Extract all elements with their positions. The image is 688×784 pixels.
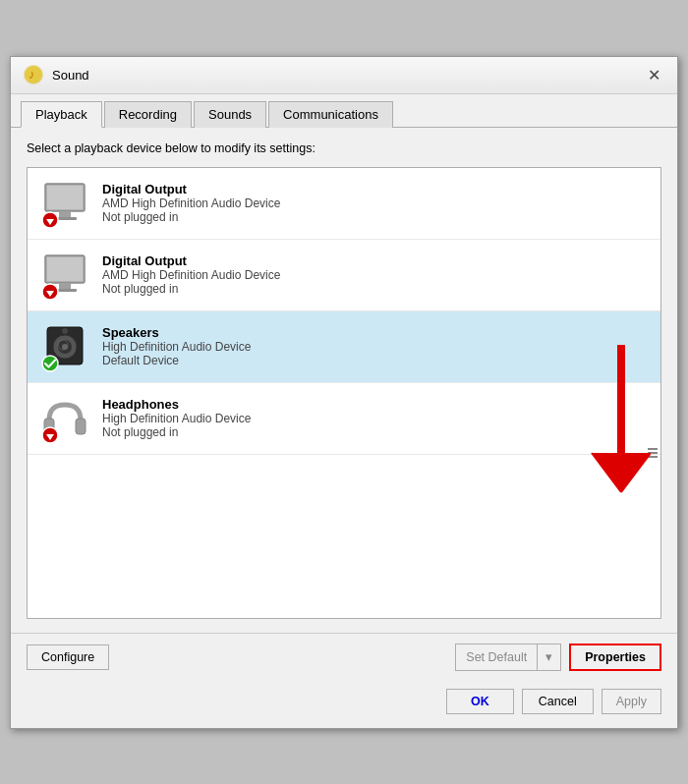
device-name-3: Speakers: [102, 325, 649, 340]
device-item-headphones[interactable]: Headphones High Definition Audio Device …: [28, 383, 660, 455]
set-default-button[interactable]: Set Default: [455, 644, 537, 671]
close-button[interactable]: ✕: [642, 63, 665, 86]
device-desc-2: AMD High Definition Audio Device: [102, 268, 649, 282]
window-title: Sound: [52, 68, 89, 83]
tab-playback[interactable]: Playback: [21, 101, 102, 128]
device-name: Digital Output: [102, 182, 649, 196]
device-desc-3: High Definition Audio Device: [102, 340, 649, 354]
tab-recording[interactable]: Recording: [104, 101, 192, 128]
device-status-4: Not plugged in: [102, 425, 649, 439]
device-list[interactable]: Digital Output AMD High Definition Audio…: [27, 167, 661, 619]
red-down-badge-4: [41, 426, 59, 444]
svg-rect-4: [47, 186, 83, 209]
tab-sounds[interactable]: Sounds: [194, 101, 266, 128]
svg-point-18: [62, 344, 68, 350]
right-button-group: Set Default ▾ Properties: [455, 644, 661, 671]
red-down-badge: [41, 211, 59, 229]
device-status-2: Not plugged in: [102, 282, 649, 296]
device-icon-wrap-2: [39, 250, 90, 301]
device-list-wrapper: Digital Output AMD High Definition Audio…: [27, 167, 661, 619]
green-check-badge: [41, 355, 59, 372]
device-item-digital-output-1[interactable]: Digital Output AMD High Definition Audio…: [28, 168, 660, 240]
sound-icon: ♪: [23, 64, 44, 85]
device-desc: AMD High Definition Audio Device: [102, 196, 649, 210]
device-status: Not plugged in: [102, 210, 649, 224]
ok-cancel-bar: OK Cancel Apply: [11, 681, 677, 728]
tab-communications[interactable]: Communications: [268, 101, 393, 128]
scrollbar-indicator: [645, 404, 660, 502]
svg-rect-5: [59, 211, 71, 217]
device-icon-wrap-3: [39, 321, 90, 372]
device-info-4: Headphones High Definition Audio Device …: [102, 397, 649, 439]
device-info: Digital Output AMD High Definition Audio…: [102, 182, 649, 224]
properties-button[interactable]: Properties: [569, 644, 661, 671]
set-default-arrow-button[interactable]: ▾: [537, 644, 561, 671]
main-content: Select a playback device below to modify…: [11, 128, 677, 633]
device-item-digital-output-2[interactable]: Digital Output AMD High Definition Audio…: [28, 240, 660, 311]
svg-rect-10: [47, 257, 83, 281]
device-icon-wrap-4: [39, 393, 90, 444]
svg-text:♪: ♪: [29, 67, 35, 82]
apply-button[interactable]: Apply: [602, 689, 661, 714]
sound-dialog: ♪ Sound ✕ Playback Recording Sounds Comm…: [10, 56, 678, 729]
device-info-3: Speakers High Definition Audio Device De…: [102, 325, 649, 367]
svg-rect-23: [76, 419, 86, 434]
device-desc-4: High Definition Audio Device: [102, 412, 649, 425]
bottom-buttons-bar: Configure Set Default ▾ Properties: [11, 633, 677, 681]
red-down-badge-2: [41, 283, 59, 301]
device-icon-wrap: [39, 178, 90, 229]
ok-button[interactable]: OK: [446, 689, 514, 714]
title-bar: ♪ Sound ✕: [11, 57, 677, 94]
svg-rect-11: [59, 283, 71, 289]
device-status-3: Default Device: [102, 354, 649, 367]
cancel-button[interactable]: Cancel: [522, 689, 594, 714]
instruction-text: Select a playback device below to modify…: [27, 141, 661, 155]
svg-line-28: [592, 453, 621, 492]
device-name-4: Headphones: [102, 397, 649, 412]
device-item-speakers[interactable]: Speakers High Definition Audio Device De…: [28, 311, 660, 383]
title-bar-left: ♪ Sound: [23, 64, 89, 85]
svg-point-19: [62, 328, 68, 334]
svg-marker-27: [592, 453, 651, 492]
configure-button[interactable]: Configure: [27, 644, 109, 670]
tabs-bar: Playback Recording Sounds Communications: [11, 94, 677, 128]
device-name-2: Digital Output: [102, 253, 649, 268]
device-info-2: Digital Output AMD High Definition Audio…: [102, 253, 649, 296]
